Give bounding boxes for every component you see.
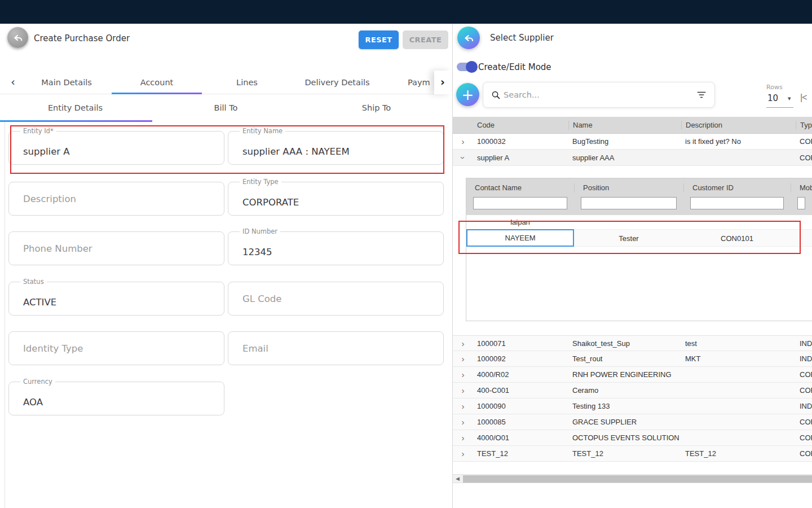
customer-id-filter-input[interactable] — [690, 197, 784, 209]
id-number-label: ID Number — [240, 227, 280, 235]
rows-label: Rows — [766, 84, 806, 91]
table-row[interactable]: › TEST_12 TEST_12 TEST_12 COR — [453, 446, 812, 462]
chevron-right-icon[interactable]: › — [453, 418, 473, 426]
chevron-right-icon[interactable]: › — [453, 339, 473, 348]
chevron-right-icon[interactable]: › — [453, 433, 473, 442]
table-row-expanded[interactable]: › supplier A supplier AAA COR — [453, 150, 812, 166]
chevron-right-icon[interactable]: › — [453, 370, 473, 379]
column-header-mobile[interactable]: Mobi — [791, 183, 812, 192]
back-button[interactable] — [457, 27, 480, 49]
scroll-left-arrow-icon[interactable]: ◀ — [453, 475, 462, 483]
chevron-right-icon[interactable]: › — [453, 386, 473, 395]
caret-down-icon[interactable]: ▾ — [788, 95, 791, 102]
entity-type-field[interactable]: Entity Type CORPORATE — [228, 182, 444, 216]
chevron-right-icon[interactable]: › — [453, 354, 473, 363]
rows-underline — [766, 107, 793, 108]
cell-type: COR — [796, 433, 812, 442]
cell-code: 1000032 — [473, 137, 568, 146]
tab-delivery-details[interactable]: Delivery Details — [292, 71, 382, 94]
contacts-header-labels: Contact Name Position Customer ID Mobi — [466, 183, 812, 192]
search-icon — [491, 90, 501, 100]
column-header-description[interactable]: Description — [681, 121, 796, 130]
entity-name-value: supplier AAA : NAYEEM — [242, 146, 350, 157]
rows-per-page-select[interactable]: 10 — [767, 93, 778, 103]
create-edit-mode-toggle[interactable] — [457, 61, 478, 73]
column-header-type[interactable]: Type — [796, 121, 812, 130]
tab-account[interactable]: Account — [112, 71, 202, 94]
table-row[interactable]: › 1000092 Test_rout MKT INDI — [453, 351, 812, 367]
cell-name: Shaikot_test_Sup — [568, 339, 681, 348]
table-row[interactable]: › 400-C001 Ceramo COR — [453, 383, 812, 398]
cell-code: TEST_12 — [473, 449, 568, 458]
cell-code: 1000071 — [473, 339, 568, 348]
page-title: Create Purchase Order — [34, 33, 130, 43]
supplier-table-header: Code Name Description Type — [453, 117, 812, 134]
chevron-right-icon[interactable]: › — [453, 449, 473, 458]
tab-lines[interactable]: Lines — [202, 71, 292, 94]
entity-id-field[interactable]: Entity Id* supplier A — [8, 131, 224, 165]
horizontal-scrollbar[interactable]: ◀ — [453, 474, 812, 483]
position-filter-input[interactable] — [581, 197, 677, 209]
cell-description: MKT — [681, 354, 796, 363]
currency-field[interactable]: Currency AOA — [8, 382, 224, 415]
scrollbar-thumb[interactable] — [463, 475, 812, 483]
status-field[interactable]: Status ACTIVE — [8, 282, 224, 316]
column-header-code[interactable]: Code — [473, 121, 568, 130]
reset-button[interactable]: RESET — [359, 30, 399, 49]
contact-row-partial[interactable]: laipan — [466, 219, 574, 229]
chevron-down-icon[interactable]: › — [459, 150, 467, 166]
back-arrow-icon — [463, 32, 475, 44]
subtab-entity-details[interactable]: Entity Details — [0, 94, 151, 122]
rows-per-page-widget: Rows 10 ▾ — [766, 84, 806, 91]
tab-scroll-right-icon[interactable]: › — [434, 71, 451, 94]
cell-type: COR — [796, 137, 812, 146]
selected-contact-name-cell[interactable]: NAYEEM — [466, 229, 574, 247]
identity-type-field[interactable]: Identity Type — [8, 331, 224, 365]
column-header-customer-id[interactable]: Customer ID — [683, 183, 791, 192]
column-header-contact-name[interactable]: Contact Name — [466, 183, 574, 192]
description-field[interactable]: Description — [8, 182, 224, 216]
table-row[interactable]: › 1000071 Shaikot_test_Sup test INDI — [453, 335, 812, 351]
contact-mobile-cell[interactable] — [791, 229, 812, 247]
column-header-name[interactable]: Name — [568, 121, 681, 130]
mobile-filter-input[interactable] — [797, 197, 805, 209]
contact-row[interactable]: NAYEEM Tester CON0101 — [466, 229, 812, 247]
contact-name-filter-input[interactable] — [473, 197, 567, 209]
id-number-field[interactable]: ID Number 12345 — [228, 231, 444, 265]
contact-position-cell[interactable]: Tester — [574, 229, 683, 247]
first-page-icon[interactable]: |< — [800, 93, 807, 103]
phone-number-field[interactable]: Phone Number — [8, 231, 224, 265]
identity-type-placeholder: Identity Type — [23, 343, 83, 354]
table-row[interactable]: › 1000032 BugTesting is it fixed yet? No… — [453, 134, 812, 150]
table-row[interactable]: › 4000/R02 RNH POWER ENGINEERING COR — [453, 367, 812, 383]
table-row[interactable]: › 4000/O01 OCTOPUS EVENTS SOLUTION S... … — [453, 430, 812, 446]
phone-number-placeholder: Phone Number — [23, 243, 92, 254]
cell-type: INDI — [796, 402, 812, 410]
tab-payment[interactable]: Paym — [382, 71, 434, 94]
chevron-right-icon[interactable]: › — [453, 402, 473, 410]
chevron-right-icon[interactable]: › — [453, 137, 473, 146]
email-field[interactable]: Email — [228, 331, 444, 365]
tab-scroll-left-icon[interactable]: ‹ — [5, 71, 21, 94]
select-supplier-panel: Select Supplier Create/Edit Mode + Rows … — [452, 24, 812, 508]
cell-code: 1000085 — [473, 418, 568, 426]
subtab-bill-to[interactable]: Bill To — [151, 94, 301, 122]
gl-code-field[interactable]: GL Code — [228, 282, 444, 316]
create-button[interactable]: CREATE — [403, 30, 448, 49]
cell-name: RNH POWER ENGINEERING — [568, 370, 681, 379]
cell-name: Ceramo — [568, 386, 681, 395]
gl-code-placeholder: GL Code — [242, 294, 281, 304]
tab-main-details[interactable]: Main Details — [21, 71, 112, 94]
cell-name: OCTOPUS EVENTS SOLUTION S... — [568, 433, 681, 442]
filter-icon[interactable] — [696, 90, 707, 99]
table-row[interactable]: › 1000085 GRACE SUPPLIER COR — [453, 414, 812, 430]
table-row[interactable]: › 1000090 Testing 133 INDI — [453, 398, 812, 414]
add-supplier-button[interactable]: + — [456, 83, 479, 106]
active-tab-indicator — [112, 93, 202, 94]
back-button[interactable] — [7, 27, 28, 48]
subtab-ship-to[interactable]: Ship To — [301, 94, 452, 122]
column-header-position[interactable]: Position — [574, 183, 683, 192]
search-input[interactable] — [504, 82, 690, 107]
entity-name-field[interactable]: Entity Name supplier AAA : NAYEEM — [228, 131, 444, 165]
contact-customer-id-cell[interactable]: CON0101 — [683, 229, 791, 247]
